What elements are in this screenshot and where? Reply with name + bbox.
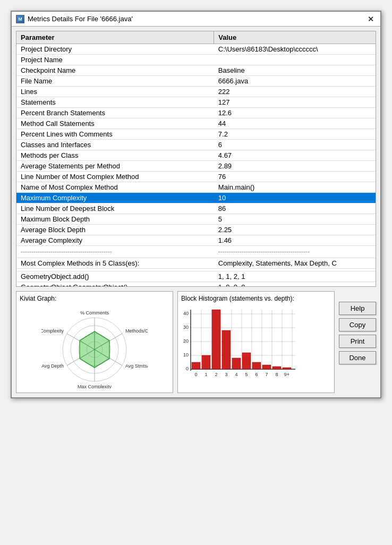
table-row[interactable]: Most Complex Methods in 5 Class(es):Comp… <box>16 258 376 269</box>
histogram-svg: 40 30 20 10 0 <box>181 304 298 389</box>
table-row[interactable]: Project DirectoryC:\Users\86183\Desktop\… <box>16 44 376 55</box>
svg-rect-45 <box>222 330 231 369</box>
table-row[interactable]: File Name6666.java <box>16 76 376 87</box>
kiviat-container: % Comments Methods/Class Avg Stmts/Metho… <box>20 304 169 389</box>
table-row[interactable]: Project Name <box>16 55 376 65</box>
value-cell: 222 <box>214 87 376 97</box>
main-content: Parameter Value Project DirectoryC:\User… <box>12 27 380 397</box>
table-row[interactable]: Percent Lines with Comments7.2 <box>16 129 376 140</box>
value-cell: Main.main() <box>214 182 376 193</box>
bottom-section: Kiviat Graph: <box>16 291 376 393</box>
svg-rect-48 <box>252 362 261 369</box>
table-row[interactable]: Checkpoint NameBaseline <box>16 65 376 76</box>
title-bar-left: M Metrics Details For File '6666.java' <box>16 15 133 23</box>
window-title: Metrics Details For File '6666.java' <box>28 15 133 23</box>
svg-rect-51 <box>283 368 291 369</box>
value-cell: 2.89 <box>214 161 376 172</box>
value-cell: 12.6 <box>214 108 376 118</box>
print-button[interactable]: Print <box>339 335 376 348</box>
table-row[interactable]: GeometryObject.add()1, 1, 2, 1 <box>16 271 376 282</box>
param-cell: GeometryObject.add() <box>16 271 214 282</box>
table-row[interactable]: Line Number of Deepest Block86 <box>16 203 376 214</box>
help-button[interactable]: Help <box>339 302 376 315</box>
table-row[interactable]: Percent Branch Statements12.6 <box>16 108 376 118</box>
param-cell: Method Call Statements <box>16 118 214 129</box>
param-cell: Project Directory <box>16 44 214 55</box>
param-cell: ----------------------------------------… <box>16 246 214 258</box>
value-cell: 6 <box>214 140 376 150</box>
copy-button[interactable]: Copy <box>339 318 376 331</box>
table-row[interactable]: Name of Most Complex MethodMain.main() <box>16 182 376 193</box>
param-cell: Percent Lines with Comments <box>16 129 214 140</box>
svg-text:Avg Stmts/Method: Avg Stmts/Method <box>125 363 148 369</box>
svg-text:4: 4 <box>235 372 237 377</box>
param-cell: Maximum Block Depth <box>16 214 214 225</box>
param-cell: Checkpoint Name <box>16 65 214 76</box>
svg-text:9+: 9+ <box>284 372 289 377</box>
done-button[interactable]: Done <box>339 351 376 364</box>
svg-rect-50 <box>272 367 281 369</box>
svg-text:30: 30 <box>183 325 189 330</box>
table-row[interactable]: Maximum Complexity10 <box>16 193 376 203</box>
main-window: M Metrics Details For File '6666.java' ✕… <box>11 11 381 398</box>
kiviat-panel: Kiviat Graph: <box>16 291 173 393</box>
header-parameter: Parameter <box>16 31 214 44</box>
table-row[interactable]: Methods per Class4.67 <box>16 150 376 161</box>
table-scroll[interactable]: Parameter Value Project DirectoryC:\User… <box>16 31 376 286</box>
svg-text:2: 2 <box>215 372 217 377</box>
header-value: Value <box>214 31 376 44</box>
svg-text:Methods/Class: Methods/Class <box>125 328 148 334</box>
svg-rect-42 <box>192 362 200 369</box>
svg-text:3: 3 <box>225 372 227 377</box>
svg-text:Max Complexity: Max Complexity <box>78 384 112 388</box>
value-cell <box>214 55 376 65</box>
table-row[interactable]: Average Complexity1.46 <box>16 235 376 246</box>
svg-rect-47 <box>242 353 251 369</box>
param-cell: Percent Branch Statements <box>16 108 214 118</box>
svg-text:40: 40 <box>183 311 189 316</box>
metrics-table: Parameter Value Project DirectoryC:\User… <box>16 31 376 286</box>
value-cell: 86 <box>214 203 376 214</box>
title-bar: M Metrics Details For File '6666.java' ✕ <box>12 12 380 27</box>
value-cell: C:\Users\86183\Desktop\cccccc\ <box>214 44 376 55</box>
table-row[interactable]: Statements127 <box>16 97 376 108</box>
param-cell: Name of Most Complex Method <box>16 182 214 193</box>
window-icon: M <box>16 15 24 23</box>
param-cell: Methods per Class <box>16 150 214 161</box>
param-cell: Average Block Depth <box>16 225 214 235</box>
table-row[interactable]: Average Block Depth2.25 <box>16 225 376 235</box>
param-cell: Average Complexity <box>16 235 214 246</box>
histogram-container: 40 30 20 10 0 <box>181 304 331 389</box>
param-cell: Project Name <box>16 55 214 65</box>
svg-rect-43 <box>202 355 210 369</box>
svg-text:20: 20 <box>183 338 189 344</box>
value-cell: 7.2 <box>214 129 376 140</box>
svg-text:Avg Depth: Avg Depth <box>41 363 64 369</box>
close-button[interactable]: ✕ <box>365 14 376 24</box>
param-cell: Most Complex Methods in 5 Class(es): <box>16 258 214 269</box>
svg-text:0: 0 <box>194 372 197 377</box>
param-cell: Statements <box>16 97 214 108</box>
table-row[interactable]: Method Call Statements44 <box>16 118 376 129</box>
svg-text:7: 7 <box>265 372 268 377</box>
svg-text:10: 10 <box>183 352 189 357</box>
param-cell: Classes and Interfaces <box>16 140 214 150</box>
table-row[interactable]: Line Number of Most Complex Method76 <box>16 172 376 182</box>
table-row[interactable]: Average Statements per Method2.89 <box>16 161 376 172</box>
kiviat-svg: % Comments Methods/Class Avg Stmts/Metho… <box>41 306 148 388</box>
param-cell: Maximum Complexity <box>16 193 214 203</box>
table-row[interactable]: Lines222 <box>16 87 376 97</box>
table-row[interactable]: Maximum Block Depth5 <box>16 214 376 225</box>
value-cell: Complexity, Statements, Max Depth, C <box>214 258 376 269</box>
svg-text:5: 5 <box>245 372 248 377</box>
table-row[interactable]: GeometryObject.GeometryObject()1, 0, 0, … <box>16 282 376 287</box>
table-row[interactable]: Classes and Interfaces6 <box>16 140 376 150</box>
svg-text:6: 6 <box>255 372 258 377</box>
table-header-row: Parameter Value <box>16 31 376 44</box>
param-cell: Line Number of Most Complex Method <box>16 172 214 182</box>
table-row[interactable]: ----------------------------------------… <box>16 246 376 258</box>
value-cell: 2.25 <box>214 225 376 235</box>
value-cell: 6666.java <box>214 76 376 87</box>
param-cell: GeometryObject.GeometryObject() <box>16 282 214 287</box>
param-cell: Lines <box>16 87 214 97</box>
